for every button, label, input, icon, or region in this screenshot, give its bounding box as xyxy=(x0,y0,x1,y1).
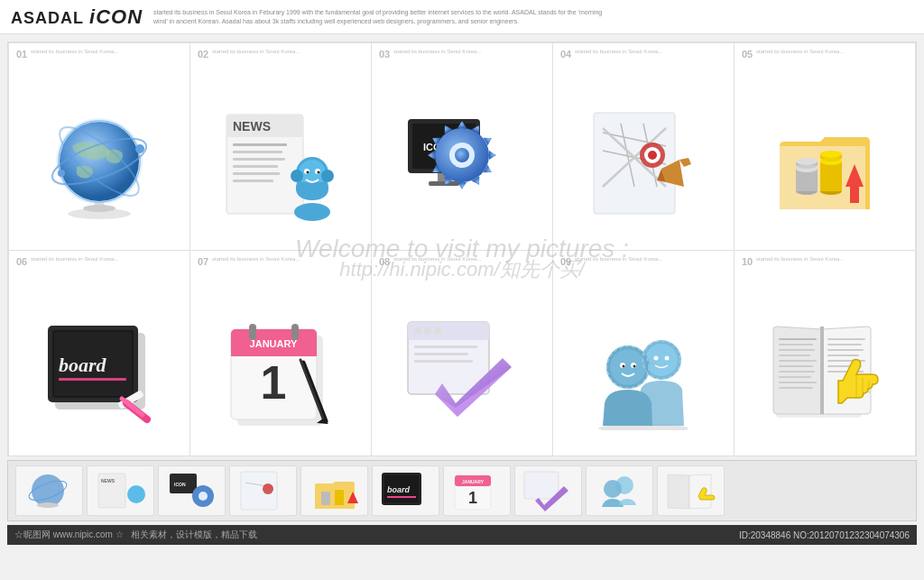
thumbnail-strip: NEWS ICON board xyxy=(7,460,917,521)
svg-point-135 xyxy=(263,483,273,494)
svg-rect-16 xyxy=(233,158,285,161)
svg-point-27 xyxy=(318,170,320,173)
cell-05-number: 05 xyxy=(742,49,753,60)
svg-point-58 xyxy=(820,151,842,158)
svg-point-36 xyxy=(455,148,469,162)
cell-10-number: 10 xyxy=(742,256,753,267)
icon-grid: 01 started its business in Seoul Korea..… xyxy=(8,42,916,456)
svg-rect-116 xyxy=(827,354,859,356)
thumb-02[interactable]: NEWS xyxy=(87,465,154,516)
svg-rect-114 xyxy=(827,344,862,345)
check-visual xyxy=(377,290,547,452)
cell-09-desc: started its business in Seoul Korea... xyxy=(575,256,728,263)
news-icon: NEWS xyxy=(222,106,339,223)
settings-icon: ICON xyxy=(403,106,521,223)
calendar-icon: JANUARY 1 xyxy=(222,313,339,430)
bottom-promo: 相关素材，设计模版，精品下载 xyxy=(131,529,257,541)
svg-text:1: 1 xyxy=(261,356,287,409)
board-icon: board xyxy=(41,313,158,430)
svg-point-84 xyxy=(434,327,441,335)
svg-rect-115 xyxy=(827,349,864,351)
cell-08[interactable]: 08 started its business in Seoul Korea..… xyxy=(372,251,553,456)
svg-rect-113 xyxy=(827,338,865,340)
bottom-bar: ☆昵图网 www.nipic.com ☆ 相关素材，设计模版，精品下载 ID:2… xyxy=(7,525,917,545)
finance-visual xyxy=(740,83,910,244)
cell-06[interactable]: 06 started its business in Seoul Korea..… xyxy=(9,251,190,456)
svg-point-146 xyxy=(604,480,622,498)
logo-icon: iCON xyxy=(89,5,143,28)
map-icon xyxy=(585,106,702,223)
svg-rect-111 xyxy=(779,382,817,383)
svg-rect-109 xyxy=(779,371,815,373)
svg-rect-103 xyxy=(779,338,817,340)
check-icon xyxy=(403,313,521,430)
cell-07-number: 07 xyxy=(198,256,208,267)
cell-01[interactable]: 01 started its business in Seoul Korea..… xyxy=(9,43,190,251)
svg-text:board: board xyxy=(59,354,107,376)
svg-point-123 xyxy=(32,474,64,507)
cell-07[interactable]: 07 started its business in Seoul Korea..… xyxy=(190,251,372,456)
svg-point-94 xyxy=(610,349,646,385)
calendar-visual: JANUARY 1 xyxy=(196,290,365,452)
users-visual xyxy=(559,290,728,452)
header: ASADAL iCON started its business in Seou… xyxy=(0,0,924,34)
cell-09-number: 09 xyxy=(560,256,571,267)
cell-03-number: 03 xyxy=(379,49,390,60)
thumb-09[interactable] xyxy=(586,465,653,516)
logo: ASADAL iCON xyxy=(11,5,143,29)
settings-visual: ICON xyxy=(377,83,547,244)
svg-point-46 xyxy=(648,151,657,160)
svg-point-91 xyxy=(654,355,659,360)
svg-point-2 xyxy=(83,205,116,212)
svg-rect-75 xyxy=(291,324,299,340)
svg-point-97 xyxy=(623,364,625,367)
globe-visual xyxy=(14,83,184,244)
thumb-03[interactable]: ICON xyxy=(158,465,226,516)
cell-10-desc: started its business in Seoul Korea... xyxy=(756,256,910,263)
cell-10[interactable]: 10 started its business in Seoul Korea..… xyxy=(735,251,916,456)
thumb-06[interactable]: board xyxy=(372,465,439,516)
cell-03-desc: started its business in Seoul Korea... xyxy=(393,49,547,56)
thumb-01[interactable] xyxy=(15,465,83,516)
thumb-04[interactable] xyxy=(229,465,297,516)
cell-09[interactable]: 09 started its business in Seoul Korea..… xyxy=(553,251,735,456)
svg-rect-106 xyxy=(779,354,810,356)
svg-point-98 xyxy=(633,364,636,367)
svg-text:NEWS: NEWS xyxy=(233,119,271,133)
cell-06-desc: started its business in Seoul Korea... xyxy=(31,256,184,263)
svg-rect-54 xyxy=(820,161,842,191)
svg-rect-18 xyxy=(233,172,280,175)
thumb-10[interactable] xyxy=(657,465,725,516)
cell-03[interactable]: 03 started its business in Seoul Korea..… xyxy=(372,43,553,251)
svg-point-90 xyxy=(645,344,678,376)
svg-text:board: board xyxy=(387,485,411,494)
svg-rect-110 xyxy=(779,376,811,378)
svg-rect-14 xyxy=(233,143,287,146)
cell-04[interactable]: 04 started its business in Seoul Korea..… xyxy=(553,43,735,251)
cell-01-desc: started its business in Seoul Korea... xyxy=(31,49,184,56)
svg-rect-112 xyxy=(779,387,813,389)
svg-point-83 xyxy=(424,327,431,335)
thumb-07[interactable]: JANUARY 1 xyxy=(443,465,511,516)
watermark-bottom: ☆昵图网 www.nipic.com ☆ xyxy=(14,529,124,541)
main-content: Welcome to visit my pictures : http://hi… xyxy=(7,41,917,456)
thumb-08[interactable] xyxy=(514,465,582,516)
svg-text:NEWS: NEWS xyxy=(101,478,116,483)
svg-point-23 xyxy=(321,170,334,182)
svg-rect-33 xyxy=(429,181,459,186)
svg-rect-74 xyxy=(249,324,256,340)
header-description: started its business in Seoul Korea in F… xyxy=(153,8,605,26)
svg-rect-144 xyxy=(524,472,559,499)
svg-point-22 xyxy=(291,170,303,182)
news-visual: NEWS xyxy=(196,83,365,244)
cell-07-desc: started its business in Seoul Korea... xyxy=(212,256,365,263)
svg-point-92 xyxy=(665,355,670,360)
cell-02[interactable]: 02 started its business in Seoul Korea..… xyxy=(190,43,372,251)
thumb-05[interactable] xyxy=(300,465,368,516)
svg-rect-65 xyxy=(59,378,126,381)
book-visual xyxy=(740,290,910,452)
svg-point-28 xyxy=(294,203,330,221)
cell-06-number: 06 xyxy=(16,256,27,267)
cell-05[interactable]: 05 started its business in Seoul Korea..… xyxy=(735,43,916,251)
svg-rect-139 xyxy=(387,496,416,498)
